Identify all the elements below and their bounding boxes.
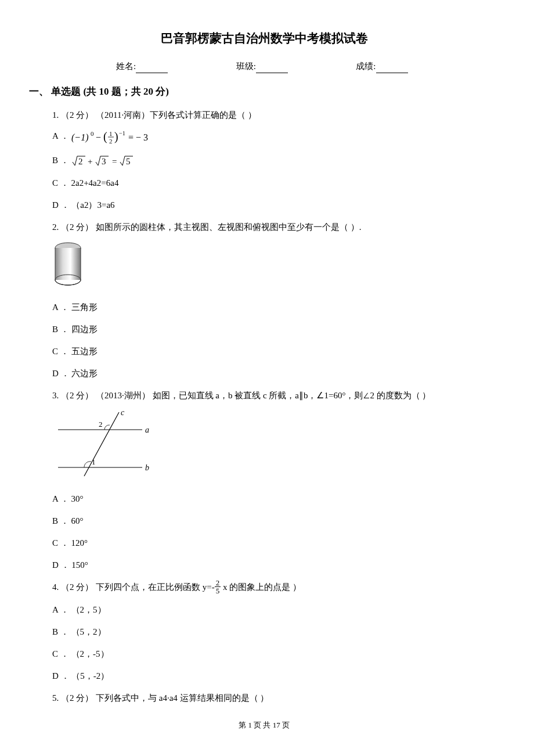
svg-text:1: 1 — [92, 458, 96, 466]
svg-text:b: b — [145, 463, 149, 472]
q1-optA: A ． (−1) 0 − ( 1 2 ) −1 = − 3 — [52, 129, 493, 145]
q3-optB: B ． 60° — [52, 514, 493, 528]
q2-optA: A ． 三角形 — [52, 300, 493, 314]
svg-text:−1: −1 — [119, 130, 125, 136]
q3-stem: 3. （2 分） （2013·湖州） 如图，已知直线 a，b 被直线 c 所截，… — [52, 388, 493, 402]
page-footer: 第 1 页 共 17 页 — [35, 719, 493, 732]
score-label: 成绩: — [356, 59, 376, 73]
svg-text:2: 2 — [99, 420, 103, 429]
q4-frac-den: 5 — [215, 587, 221, 595]
svg-text:=: = — [112, 157, 117, 166]
q3-figure: a b c 2 1 — [52, 409, 493, 483]
q2-optC: C ． 五边形 — [52, 344, 493, 358]
score-field: 成绩: — [356, 59, 407, 73]
svg-rect-16 — [55, 248, 81, 280]
page-title: 巴音郭楞蒙古自治州数学中考模拟试卷 — [35, 29, 493, 49]
q2-stem: 2. （2 分） 如图所示的圆柱体，其主视图、左视图和俯视图中至少有一个是（ ）… — [52, 220, 493, 234]
svg-text:−: − — [96, 132, 101, 142]
q4-stem-pre: 4. （2 分） 下列四个点，在正比例函数 y=- — [52, 582, 215, 592]
svg-text:2: 2 — [78, 157, 83, 166]
svg-text:2: 2 — [109, 138, 113, 145]
q4-optA: A ． （2，5） — [52, 603, 493, 617]
score-blank[interactable] — [376, 64, 408, 73]
q5-stem: 5. （2 分） 下列各式中，与 a4·a4 运算结果相同的是（ ） — [52, 691, 493, 705]
q1-optD: D ． （a2）3=a6 — [52, 198, 493, 212]
svg-text:3: 3 — [102, 157, 106, 166]
svg-text:5: 5 — [126, 157, 131, 166]
name-label: 姓名: — [116, 59, 136, 73]
parallel-lines-icon: a b c 2 1 — [52, 409, 154, 479]
q3-optC: C ． 120° — [52, 536, 493, 550]
svg-text:): ) — [114, 130, 118, 143]
q4-stem: 4. （2 分） 下列四个点，在正比例函数 y=-25 x 的图象上的点是 ） — [52, 580, 493, 596]
q4-optD: D ． （5，-2） — [52, 669, 493, 683]
svg-text:(−1): (−1) — [71, 132, 88, 143]
q4-stem-post: x 的图象上的点是 ） — [221, 582, 301, 592]
q3-optA: A ． 30° — [52, 492, 493, 506]
math-eq2: 2 + 3 = 5 — [71, 154, 141, 168]
q2-optD: D ． 六边形 — [52, 366, 493, 380]
q4-fraction: 25 — [215, 579, 221, 595]
q2-figure — [52, 241, 493, 291]
section-1-header: 一、 单选题 (共 10 题；共 20 分) — [29, 84, 493, 99]
class-blank[interactable] — [256, 64, 288, 73]
svg-text:c: c — [121, 409, 125, 417]
svg-text:0: 0 — [91, 130, 94, 137]
cylinder-icon — [52, 241, 84, 287]
svg-text:(: ( — [103, 130, 107, 143]
q4-frac-num: 2 — [215, 579, 221, 587]
name-field: 姓名: — [116, 59, 168, 73]
q1-optB-prefix: B ． — [52, 156, 69, 165]
q1-optC: C ． 2a2+4a2=6a4 — [52, 176, 493, 190]
q1-stem: 1. （2 分） （2011·河南）下列各式计算正确的是（ ） — [52, 108, 493, 122]
q4-optC: C ． （2，-5） — [52, 647, 493, 661]
svg-text:1: 1 — [109, 130, 113, 137]
info-row: 姓名: 班级: 成绩: — [116, 59, 493, 73]
q1-optB: B ． 2 + 3 = 5 — [52, 153, 493, 168]
name-blank[interactable] — [136, 64, 168, 73]
math-eq1: (−1) 0 − ( 1 2 ) −1 = − 3 — [71, 129, 158, 145]
q2-optB: B ． 四边形 — [52, 322, 493, 336]
svg-text:= − 3: = − 3 — [128, 132, 148, 142]
class-label: 班级: — [236, 59, 256, 73]
svg-text:a: a — [145, 426, 149, 434]
class-field: 班级: — [236, 59, 288, 73]
svg-text:+: + — [88, 157, 92, 166]
q3-optD: D ． 150° — [52, 558, 493, 572]
q4-optB: B ． （5，2） — [52, 625, 493, 639]
q1-optA-prefix: A ． — [52, 131, 69, 141]
